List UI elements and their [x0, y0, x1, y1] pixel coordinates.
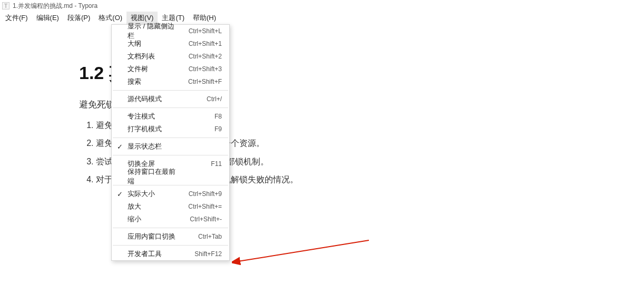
- menu-item-shortcut: F9: [180, 125, 222, 133]
- menu-item-label: 文档列表: [128, 52, 180, 61]
- menu-item-label: 开发者工具: [128, 249, 180, 259]
- menu-item[interactable]: 文件树Ctrl+Shift+3: [112, 63, 229, 75]
- menu-item[interactable]: 应用内窗口切换Ctrl+Tab: [112, 230, 229, 243]
- menu-item-shortcut: Ctrl+Shift+F: [180, 78, 222, 85]
- menu-item-shortcut: Ctrl+Shift+-: [180, 216, 222, 223]
- menu-item[interactable]: 打字机模式F9: [112, 123, 229, 135]
- menu-item-shortcut: Ctrl+/: [180, 95, 222, 103]
- check-icon: ✓: [117, 143, 123, 151]
- menu-item[interactable]: ✓实际大小Ctrl+Shift+9: [112, 188, 229, 200]
- svg-line-1: [238, 240, 369, 261]
- menu-段落(P)[interactable]: 段落(P): [63, 12, 94, 24]
- menu-separator: [113, 107, 228, 108]
- menu-item-shortcut: Ctrl+Shift+=: [180, 203, 222, 210]
- menu-item[interactable]: 专注模式F8: [112, 110, 229, 123]
- menu-separator: [113, 155, 228, 155]
- menu-item[interactable]: 源代码模式Ctrl+/: [112, 93, 229, 105]
- app-icon: T: [2, 2, 9, 9]
- menu-item[interactable]: 放大Ctrl+Shift+=: [112, 200, 229, 213]
- menu-item-shortcut: Ctrl+Shift+1: [180, 40, 222, 47]
- menu-item[interactable]: 保持窗口在最前端: [112, 170, 229, 183]
- menu-item-shortcut: Ctrl+Tab: [180, 233, 222, 240]
- menu-item-label: 显示状态栏: [128, 142, 180, 151]
- check-icon: ✓: [117, 190, 123, 198]
- menu-item-shortcut: Ctrl+Shift+L: [180, 27, 222, 35]
- menu-编辑(E)[interactable]: 编辑(E): [32, 12, 63, 24]
- menu-separator: [113, 228, 228, 228]
- menu-separator: [113, 245, 228, 246]
- menu-item-shortcut: Ctrl+Shift+9: [180, 190, 222, 198]
- menu-item[interactable]: 大纲Ctrl+Shift+1: [112, 37, 229, 50]
- menu-item-label: 实际大小: [128, 189, 180, 199]
- menu-格式(O)[interactable]: 格式(O): [94, 12, 126, 24]
- view-menu-dropdown: 显示 / 隐藏侧边栏Ctrl+Shift+L大纲Ctrl+Shift+1文档列表…: [111, 24, 230, 261]
- menu-item-label: 文件树: [128, 64, 180, 74]
- menu-separator: [113, 90, 228, 91]
- menu-item-label: 打字机模式: [128, 124, 180, 134]
- menu-帮助(H)[interactable]: 帮助(H): [189, 12, 220, 24]
- menu-item-label: 放大: [128, 202, 180, 211]
- menubar: 文件(F)编辑(E)段落(P)格式(O)视图(V)主题(T)帮助(H): [0, 12, 644, 24]
- menu-item-label: 源代码模式: [128, 94, 180, 104]
- menu-item[interactable]: ✓显示状态栏: [112, 140, 229, 153]
- menu-文件(F)[interactable]: 文件(F): [0, 12, 32, 24]
- editor-content[interactable]: 1.2 弃 避免死锁 避免避免资源，尽量保证每个锁只占用一个资源。尝试ock(t…: [0, 24, 644, 188]
- menu-item-shortcut: F11: [180, 160, 222, 168]
- menu-item[interactable]: 文档列表Ctrl+Shift+2: [112, 50, 229, 63]
- annotation-arrow: [232, 230, 374, 272]
- menu-item-label: 大纲: [128, 39, 180, 48]
- menu-item-label: 保持窗口在最前端: [128, 167, 180, 186]
- menu-separator: [113, 138, 228, 138]
- menu-item-shortcut: F8: [180, 113, 222, 120]
- menu-item-label: 缩小: [128, 214, 180, 224]
- menu-item-label: 专注模式: [128, 112, 180, 121]
- menu-item[interactable]: 显示 / 隐藏侧边栏Ctrl+Shift+L: [112, 25, 229, 37]
- window-titlebar: T 1.并发编程的挑战.md - Typora: [0, 0, 644, 12]
- menu-item-shortcut: Shift+F12: [180, 250, 222, 258]
- menu-item-shortcut: Ctrl+Shift+3: [180, 65, 222, 73]
- menu-item-shortcut: Ctrl+Shift+2: [180, 53, 222, 60]
- menu-item[interactable]: 缩小Ctrl+Shift+-: [112, 213, 229, 226]
- menu-item[interactable]: 搜索Ctrl+Shift+F: [112, 75, 229, 88]
- window-title: 1.并发编程的挑战.md - Typora: [13, 2, 97, 11]
- menu-item[interactable]: 开发者工具Shift+F12: [112, 248, 229, 260]
- menu-item-label: 搜索: [128, 77, 180, 86]
- menu-item-label: 应用内窗口切换: [128, 232, 180, 241]
